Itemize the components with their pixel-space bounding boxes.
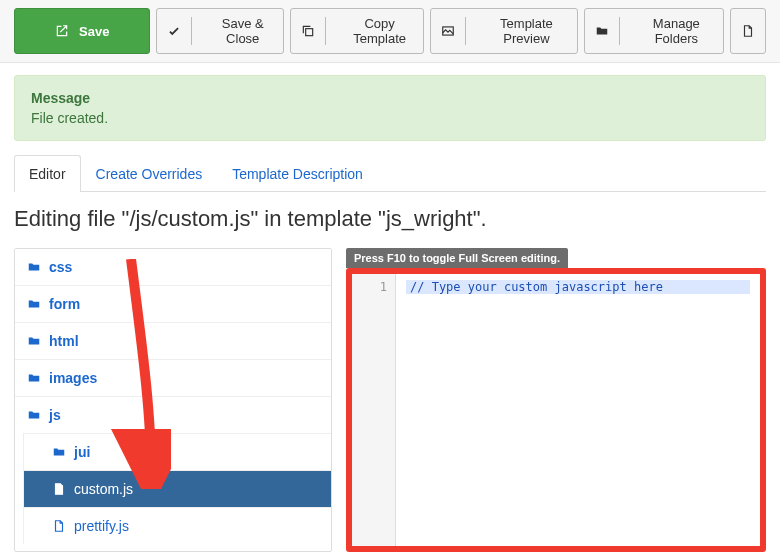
copy-template-button[interactable]: Copy Template	[290, 8, 424, 54]
file-icon	[741, 24, 755, 38]
tab-template-description[interactable]: Template Description	[217, 155, 378, 192]
page-title: Editing file "/js/custom.js" in template…	[14, 206, 766, 232]
tab-create-overrides[interactable]: Create Overrides	[81, 155, 218, 192]
file-icon	[52, 519, 66, 533]
tree-folder-css[interactable]: css	[15, 249, 331, 285]
tree-file-prettify-js[interactable]: prettify.js	[23, 507, 331, 544]
tree-label: jui	[74, 444, 90, 460]
line-number: 1	[356, 280, 387, 294]
save-close-button[interactable]: Save & Close	[156, 8, 284, 54]
image-icon	[431, 17, 466, 45]
workspace: css form html images js jui	[14, 248, 766, 552]
folder-icon	[27, 260, 41, 274]
code-line: // Type your custom javascript here	[406, 280, 750, 294]
folder-icon	[27, 334, 41, 348]
toolbar: Save Save & Close Copy Template Template…	[0, 0, 780, 63]
file-tree: css form html images js jui	[14, 248, 332, 552]
line-gutter: 1	[352, 274, 396, 546]
manage-folders-button[interactable]: Manage Folders	[584, 8, 724, 54]
tree-label: js	[49, 407, 61, 423]
new-file-button[interactable]	[730, 8, 766, 54]
svg-rect-0	[306, 29, 313, 36]
copy-icon	[291, 17, 326, 45]
save-button[interactable]: Save	[14, 8, 150, 54]
folder-icon	[27, 371, 41, 385]
tab-editor[interactable]: Editor	[14, 155, 81, 192]
file-icon	[52, 482, 66, 496]
alert-title: Message	[31, 90, 749, 106]
tree-label: prettify.js	[74, 518, 129, 534]
tree-label: html	[49, 333, 79, 349]
save-icon	[55, 24, 69, 38]
tabs: Editor Create Overrides Template Descrip…	[14, 155, 766, 192]
tree-label: form	[49, 296, 80, 312]
tree-folder-form[interactable]: form	[15, 285, 331, 322]
editor-hint: Press F10 to toggle Full Screen editing.	[346, 248, 568, 268]
alert-body: File created.	[31, 110, 749, 126]
tree-folder-js[interactable]: js	[15, 396, 331, 433]
template-preview-label: Template Preview	[476, 9, 576, 53]
tree-label: custom.js	[74, 481, 133, 497]
save-close-label: Save & Close	[202, 9, 283, 53]
code-area[interactable]: // Type your custom javascript here	[396, 274, 760, 546]
folder-icon	[27, 297, 41, 311]
manage-folders-label: Manage Folders	[630, 9, 723, 53]
tree-folder-jui[interactable]: jui	[23, 433, 331, 470]
alert-message: Message File created.	[14, 75, 766, 141]
tree-label: css	[49, 259, 72, 275]
copy-template-label: Copy Template	[336, 9, 423, 53]
tree-folder-images[interactable]: images	[15, 359, 331, 396]
code-editor[interactable]: 1 // Type your custom javascript here	[346, 268, 766, 552]
save-label: Save	[79, 24, 109, 39]
folder-icon	[52, 445, 66, 459]
tree-folder-html[interactable]: html	[15, 322, 331, 359]
folder-icon	[27, 408, 41, 422]
folder-icon	[585, 17, 620, 45]
tree-file-custom-js[interactable]: custom.js	[23, 470, 331, 507]
template-preview-button[interactable]: Template Preview	[430, 8, 577, 54]
editor-pane: Press F10 to toggle Full Screen editing.…	[346, 248, 766, 552]
check-icon	[157, 17, 192, 45]
tree-label: images	[49, 370, 97, 386]
